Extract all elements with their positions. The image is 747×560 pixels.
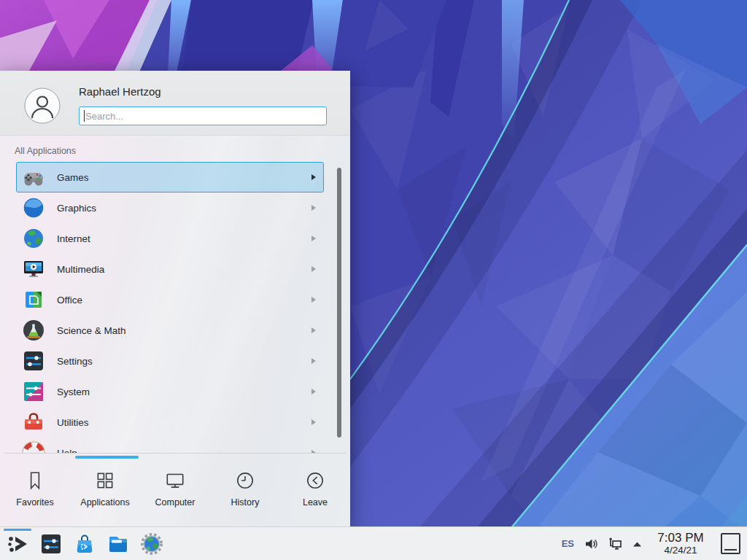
category-label: Graphics [57,203,311,214]
show-desktop-button[interactable] [721,533,740,554]
computer-icon [164,470,186,491]
flask-icon [22,319,45,342]
tab-label: Applications [80,497,129,508]
globe-gear-icon [140,532,163,556]
user-avatar [24,88,61,124]
tab-applications[interactable]: Applications [70,470,140,508]
category-science-math[interactable]: Science & Math [16,315,324,346]
tab-favorites[interactable]: Favorites [0,470,70,508]
category-graphics[interactable]: Graphics [16,192,324,223]
clock-time: 7:03 PM [651,532,711,545]
scrollbar[interactable] [337,168,341,438]
clock[interactable]: 7:03 PM 4/24/21 [651,532,711,556]
category-list: Games Graphics Internet [0,162,350,453]
expand-tray-icon[interactable] [632,540,642,548]
category-system[interactable]: System [16,376,324,407]
taskbar-app-discover[interactable] [73,532,96,556]
media-monitor-icon [22,257,45,281]
chevron-right-icon [311,205,316,211]
category-label: Help [57,448,311,454]
gamepad-icon [22,166,45,189]
tab-computer[interactable]: Computer [140,470,210,508]
chevron-right-icon [311,297,316,303]
user-name: Raphael Hertzog [79,85,161,98]
kde-launcher-icon [6,532,29,556]
category-label: Multimedia [57,264,311,275]
taskbar-app-file-manager[interactable] [107,532,130,556]
category-label: Office [57,295,311,306]
discover-bag-icon [73,532,96,556]
taskbar: ES 7:03 PM 4/24/21 [0,526,747,560]
tab-label: History [231,497,260,508]
taskbar-app-system-settings[interactable] [39,532,63,556]
volume-icon[interactable] [584,537,598,551]
chevron-right-icon [311,419,316,425]
sphere-icon [22,196,45,219]
category-multimedia[interactable]: Multimedia [16,254,324,284]
clock-date: 4/24/21 [651,545,711,556]
document-icon [22,288,45,311]
category-label: Science & Math [57,325,311,336]
category-label: System [57,386,311,397]
application-launcher-menu: Raphael Hertzog All Applications Games [0,71,350,526]
tab-history[interactable]: History [210,470,280,508]
tab-label: Favorites [16,497,53,508]
desktop: Raphael Hertzog All Applications Games [0,0,747,560]
category-games[interactable]: Games [16,162,324,192]
launcher-header: Raphael Hertzog [0,71,350,136]
launcher-tabbar: Favorites Applications [0,453,350,526]
category-settings[interactable]: Settings [16,346,324,376]
app-grid-icon [94,470,116,491]
history-clock-icon [234,470,256,491]
text-caret [84,110,85,122]
keyboard-layout-indicator[interactable]: ES [562,538,574,549]
chevron-right-icon [311,236,316,241]
category-office[interactable]: Office [16,284,324,315]
tab-label: Leave [303,497,328,508]
divider [4,453,346,454]
chevron-right-icon [311,358,316,364]
taskbar-apps [6,532,163,556]
search-box[interactable] [79,106,327,125]
lifebuoy-icon [22,441,45,453]
toolbox-icon [22,411,45,434]
category-label: Settings [57,356,311,367]
system-sliders-icon [22,380,45,403]
chevron-right-icon [311,389,316,394]
system-tray: ES [562,537,642,551]
category-label: Utilities [57,417,311,428]
network-icon[interactable] [608,537,623,551]
taskbar-app-web-browser[interactable] [140,532,163,556]
tab-label: Computer [155,497,196,508]
leave-icon [304,470,326,491]
chevron-right-icon [311,327,316,333]
settings-sliders-icon [39,532,63,556]
globe-icon [22,227,45,250]
category-help[interactable]: Help [16,438,324,453]
tab-leave[interactable]: Leave [280,470,350,508]
active-tab-indicator [75,456,139,459]
search-input[interactable] [80,107,326,125]
bookmark-icon [24,470,46,491]
taskbar-app-launcher[interactable] [6,532,29,556]
chevron-right-icon [311,266,316,272]
section-label: All Applications [15,146,76,156]
sliders-icon [22,349,45,373]
category-utilities[interactable]: Utilities [16,407,324,438]
chevron-right-icon [311,174,316,180]
folder-icon [107,532,130,556]
category-internet[interactable]: Internet [16,223,324,254]
category-label: Internet [57,233,311,244]
category-label: Games [57,172,311,183]
